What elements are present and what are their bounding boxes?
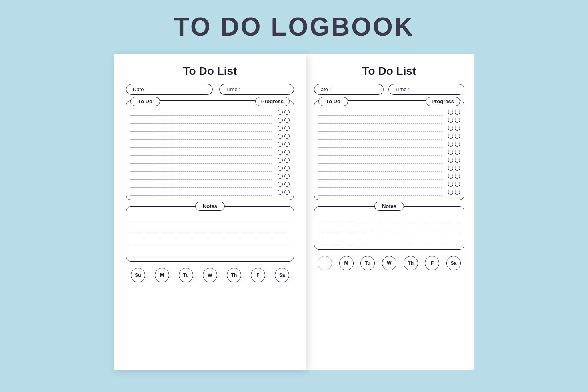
circle-2[interactable]	[284, 166, 290, 171]
days-row: Su M Tu W Th F Sa	[126, 268, 294, 282]
back-date-field[interactable]: ate :	[314, 84, 384, 95]
table-row	[130, 116, 290, 124]
circle-1[interactable]	[278, 110, 283, 115]
table-row	[318, 180, 460, 188]
table-row	[130, 148, 290, 156]
circle-1[interactable]	[448, 174, 453, 179]
circle-2[interactable]	[284, 182, 290, 187]
circle-1[interactable]	[448, 134, 453, 139]
circle-2[interactable]	[455, 190, 460, 195]
notes-line	[130, 238, 290, 245]
circle-2[interactable]	[284, 110, 290, 115]
todo-header-label: To Do	[130, 97, 160, 106]
table-row	[318, 132, 460, 140]
date-field[interactable]: Date :	[126, 84, 213, 95]
back-date-time-row: ate : Time :	[314, 84, 464, 95]
back-day-f[interactable]: F	[425, 256, 439, 270]
circle-2[interactable]	[455, 142, 460, 147]
table-row	[318, 108, 460, 116]
back-date-label: ate :	[321, 86, 331, 92]
back-page-title: To Do List	[314, 65, 464, 78]
notes-header-label: Notes	[195, 202, 225, 211]
circle-2[interactable]	[455, 166, 460, 171]
circle-1[interactable]	[278, 150, 283, 155]
back-day-partial[interactable]	[318, 256, 332, 270]
circle-2[interactable]	[284, 150, 290, 155]
table-row	[318, 156, 460, 164]
back-todo-header-row: To Do Progress	[318, 97, 460, 106]
table-row	[130, 140, 290, 148]
back-notes-header-label: Notes	[374, 202, 404, 211]
circle-2[interactable]	[455, 150, 460, 155]
app-title: TO DO LOGBOOK	[174, 12, 414, 42]
circle-2[interactable]	[284, 118, 290, 123]
day-su[interactable]: Su	[131, 268, 145, 282]
circle-1[interactable]	[278, 190, 283, 195]
circle-2[interactable]	[284, 158, 290, 163]
back-day-sa[interactable]: Sa	[446, 256, 461, 270]
table-row	[318, 188, 460, 196]
notes-lines	[130, 214, 290, 257]
table-row	[318, 140, 460, 148]
circle-1[interactable]	[448, 118, 453, 123]
todo-header-row: To Do Progress	[130, 97, 290, 106]
circle-1[interactable]	[448, 182, 453, 187]
back-todo-header-label: To Do	[318, 97, 348, 106]
back-day-w[interactable]: W	[382, 256, 396, 270]
back-todo-rows	[318, 108, 460, 196]
day-w[interactable]: W	[203, 268, 217, 282]
table-row	[318, 172, 460, 180]
circle-1[interactable]	[278, 118, 283, 123]
notes-section: Notes	[126, 206, 294, 262]
day-tu[interactable]: Tu	[179, 268, 193, 282]
circle-2[interactable]	[455, 118, 460, 123]
front-page: To Do List Date : Time : To Do Progress	[114, 54, 306, 370]
circle-1[interactable]	[278, 134, 283, 139]
day-th[interactable]: Th	[227, 268, 241, 282]
circle-2[interactable]	[455, 182, 460, 187]
back-day-tu[interactable]: Tu	[360, 256, 375, 270]
circle-1[interactable]	[278, 126, 283, 131]
back-time-field[interactable]: Time :	[388, 84, 464, 95]
day-sa[interactable]: Sa	[275, 268, 289, 282]
circle-2[interactable]	[284, 134, 290, 139]
circle-1[interactable]	[278, 174, 283, 179]
circle-2[interactable]	[284, 126, 290, 131]
day-m[interactable]: M	[155, 268, 169, 282]
date-label: Date :	[133, 86, 147, 92]
circle-1[interactable]	[278, 142, 283, 147]
circle-2[interactable]	[284, 190, 290, 195]
circle-1[interactable]	[448, 166, 453, 171]
circle-2[interactable]	[455, 158, 460, 163]
circle-1[interactable]	[448, 110, 453, 115]
table-row	[130, 188, 290, 196]
date-time-row: Date : Time :	[126, 84, 294, 95]
circle-1[interactable]	[448, 150, 453, 155]
notes-line	[318, 214, 460, 221]
progress-header-label: Progress	[255, 97, 290, 106]
circle-1[interactable]	[278, 166, 283, 171]
circle-2[interactable]	[455, 110, 460, 115]
circle-1[interactable]	[278, 158, 283, 163]
circle-1[interactable]	[448, 190, 453, 195]
circle-2[interactable]	[455, 174, 460, 179]
time-field[interactable]: Time :	[219, 84, 294, 95]
circle-2[interactable]	[455, 126, 460, 131]
notes-line	[130, 214, 290, 221]
circle-1[interactable]	[448, 126, 453, 131]
notes-line	[318, 238, 460, 245]
table-row	[130, 164, 290, 172]
table-row	[318, 124, 460, 132]
circle-1[interactable]	[278, 182, 283, 187]
table-row	[130, 172, 290, 180]
circle-1[interactable]	[448, 158, 453, 163]
day-f[interactable]: F	[251, 268, 265, 282]
back-day-th[interactable]: Th	[404, 256, 418, 270]
circle-2[interactable]	[455, 134, 460, 139]
notes-line	[130, 226, 290, 233]
circle-2[interactable]	[284, 174, 290, 179]
back-day-m[interactable]: M	[339, 256, 354, 270]
circle-1[interactable]	[448, 142, 453, 147]
circle-2[interactable]	[284, 142, 290, 147]
todo-rows	[130, 108, 290, 196]
